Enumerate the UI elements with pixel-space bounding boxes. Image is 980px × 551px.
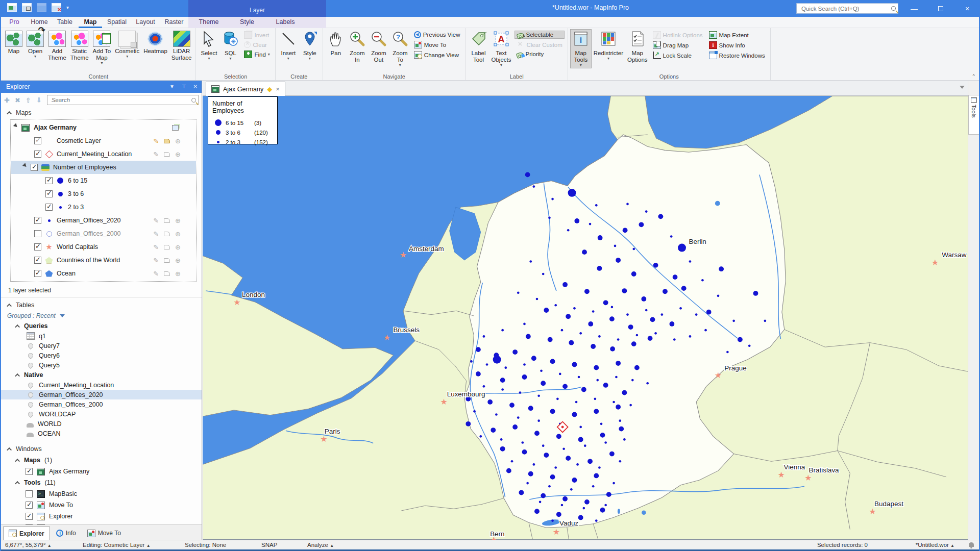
panel-tab-info[interactable]: Info — [51, 527, 81, 540]
add-labels-icon[interactable] — [164, 258, 170, 263]
office-dot-medium[interactable] — [506, 468, 511, 473]
office-dot-medium[interactable] — [587, 459, 593, 464]
office-dot-small[interactable] — [504, 366, 507, 369]
office-dot-small[interactable] — [645, 210, 648, 213]
office-dot-medium[interactable] — [631, 271, 636, 277]
editing-layer-status[interactable]: Editing: Cosmetic Layer ▲ — [83, 542, 151, 548]
office-dot-medium[interactable] — [465, 421, 471, 427]
layer-item-german-offices-2020[interactable]: German_Offices_2020 — [11, 214, 196, 227]
layer-item-world-capitals[interactable]: ★World Capitals — [11, 240, 196, 254]
office-dot-medium[interactable] — [634, 365, 640, 370]
office-dot-medium[interactable] — [522, 449, 527, 455]
move-down-icon[interactable]: ⇩ — [36, 96, 42, 104]
add-theme-button[interactable]: Add Theme — [46, 29, 68, 63]
window-checkbox[interactable] — [26, 468, 33, 475]
office-dot-medium[interactable] — [476, 347, 481, 352]
layer-control-icon[interactable] — [172, 125, 179, 131]
office-dot-small[interactable] — [554, 466, 557, 469]
layer-item-ocean[interactable]: Ocean — [11, 267, 196, 280]
office-dot-medium[interactable] — [562, 282, 568, 287]
static-theme-button[interactable]: Static Theme — [68, 29, 91, 63]
section-tables[interactable]: Tables — [1, 299, 202, 311]
ribbon-tab-pro[interactable]: Pro — [5, 17, 23, 28]
office-dot-small[interactable] — [592, 310, 595, 313]
office-dot-medium[interactable] — [610, 346, 615, 352]
office-dot-small[interactable] — [619, 419, 621, 422]
office-dot-small[interactable] — [554, 304, 557, 307]
office-dot-small[interactable] — [473, 410, 476, 413]
office-dot-small[interactable] — [576, 463, 579, 466]
office-dot-medium[interactable] — [566, 456, 571, 461]
office-dot-medium[interactable] — [528, 406, 533, 411]
ribbon-tab-map[interactable]: Map — [79, 17, 102, 28]
office-dot-small[interactable] — [679, 307, 682, 310]
office-dot-small[interactable] — [483, 385, 485, 388]
office-dot-small[interactable] — [573, 307, 576, 310]
office-dot-medium[interactable] — [556, 434, 561, 439]
ribbon-tab-theme[interactable]: Theme — [193, 17, 224, 28]
office-dot-medium[interactable] — [609, 452, 615, 457]
window-item-explorer[interactable]: Explorer — [1, 511, 202, 522]
table-group-native[interactable]: Native — [1, 370, 202, 380]
tools-vertical-tab[interactable]: Tools — [968, 95, 979, 135]
office-dot-medium[interactable] — [519, 490, 524, 495]
redistricter-button[interactable]: Redistricter▾ — [592, 29, 625, 62]
section-windows[interactable]: Windows — [1, 443, 202, 455]
office-dot-small[interactable] — [479, 435, 482, 438]
edit-style-icon[interactable] — [153, 257, 159, 264]
office-dot-medium[interactable] — [597, 266, 602, 271]
office-dot-medium[interactable] — [648, 336, 653, 341]
move-to-button[interactable]: Move To — [412, 40, 462, 49]
zoom-layer-icon[interactable] — [175, 270, 181, 278]
ribbon-tab-layout[interactable]: Layout — [133, 17, 158, 28]
layer-item-german-offices-2000[interactable]: German_Offices_2000 — [11, 227, 196, 240]
office-dot-small[interactable] — [529, 260, 532, 263]
office-dot-small[interactable] — [623, 438, 626, 441]
layer-checkbox[interactable] — [34, 230, 41, 237]
zoom-layer-icon[interactable] — [175, 230, 181, 238]
restore-windows-button[interactable]: Restore Windows — [707, 51, 767, 60]
office-dot-small[interactable] — [533, 185, 535, 188]
office-dot-medium[interactable] — [572, 362, 577, 367]
office-dot-small[interactable] — [604, 441, 607, 444]
office-dot-small[interactable] — [559, 373, 561, 375]
office-dot-medium[interactable] — [544, 308, 549, 313]
add-icon[interactable]: ✚ — [4, 96, 10, 104]
add-to-map-button[interactable]: Add To Map▾ — [91, 29, 113, 66]
explorer-panel-header[interactable]: Explorer ▼ ⊤ ✕ — [1, 81, 202, 93]
office-dot-small[interactable] — [626, 313, 629, 316]
analyze-menu[interactable]: Analyze ▲ — [307, 542, 334, 548]
office-dot-medium[interactable] — [584, 499, 590, 505]
office-dot-medium[interactable] — [641, 296, 646, 302]
office-dot-medium[interactable] — [600, 433, 605, 438]
office-dot-small[interactable] — [517, 291, 520, 294]
office-dot-medium[interactable] — [591, 344, 596, 349]
office-dot-small[interactable] — [645, 309, 648, 312]
office-dot-medium[interactable] — [500, 378, 505, 383]
office-dot-small[interactable] — [717, 295, 720, 297]
layer-checkbox[interactable] — [34, 217, 41, 224]
snap-toggle[interactable]: SNAP — [261, 542, 277, 548]
add-labels-icon[interactable] — [164, 152, 170, 157]
find-button[interactable]: Find▾ — [242, 50, 272, 59]
add-labels-icon[interactable] — [164, 271, 170, 276]
office-dot-medium[interactable] — [556, 512, 561, 517]
office-dot-small[interactable] — [561, 329, 564, 332]
layer-item-countries-of-the-world[interactable]: Countries of the World — [11, 254, 196, 267]
layer-item-2-to-3[interactable]: 2 to 3 — [11, 201, 196, 214]
office-dot-small[interactable] — [600, 422, 603, 425]
lock-scale-button[interactable]: Lock Scale — [651, 51, 705, 60]
office-dot-medium[interactable] — [622, 390, 627, 395]
office-dot-small[interactable] — [537, 419, 540, 422]
office-dot-small[interactable] — [748, 344, 751, 347]
office-dot-medium[interactable] — [584, 289, 590, 294]
office-dot-small[interactable] — [646, 382, 649, 385]
heatmap-button[interactable]: Heatmap — [141, 29, 169, 56]
search-icon[interactable] — [891, 6, 896, 11]
office-dot-small[interactable] — [521, 441, 524, 444]
office-dot-medium[interactable] — [581, 387, 586, 392]
window-checkbox[interactable] — [26, 513, 33, 520]
office-dot-small[interactable] — [670, 235, 673, 238]
office-dot-small[interactable] — [537, 394, 540, 397]
zoom-in-button[interactable]: Zoom In — [347, 29, 368, 65]
